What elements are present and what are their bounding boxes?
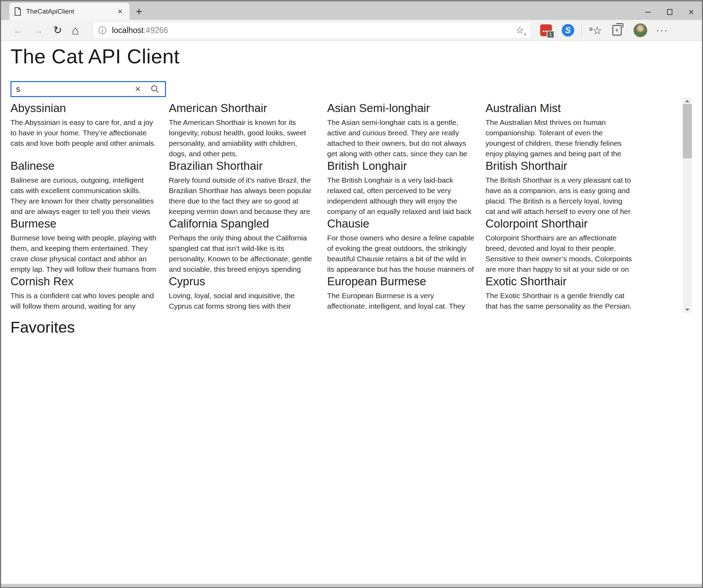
search-submit-icon[interactable] — [147, 85, 165, 94]
scrollbar-up-button[interactable] — [683, 98, 692, 104]
breed-card[interactable]: British Longhair The British Longhair is… — [327, 159, 474, 217]
browser-tab[interactable]: TheCatApiClient × — [9, 3, 129, 20]
close-button[interactable]: × — [680, 3, 702, 21]
minimize-button[interactable] — [637, 3, 659, 21]
breed-description: This is a confident cat who loves people… — [10, 291, 158, 313]
breed-description: The European Burmese is a very affection… — [327, 291, 474, 313]
browser-window: TheCatApiClient × + × ← → ↻ ⌂ ⓘ localhos… — [0, 0, 703, 588]
address-bar[interactable]: ⓘ localhost:49266 ☆+ — [94, 23, 530, 38]
scrollbar-thumb[interactable] — [683, 104, 692, 158]
tab-title: TheCatApiClient — [26, 8, 116, 15]
profile-avatar[interactable] — [633, 23, 647, 37]
breed-card[interactable]: British Shorthair The British Shorthair … — [485, 159, 633, 217]
breed-name: Asian Semi-longhair — [327, 102, 474, 115]
breed-name: British Longhair — [327, 159, 474, 173]
titlebar: TheCatApiClient × + × — [1, 0, 702, 20]
breed-description: The Australian Mist thrives on human com… — [485, 117, 633, 159]
breed-card[interactable]: Australian Mist The Australian Mist thri… — [485, 102, 633, 159]
refresh-icon[interactable]: ↻ — [53, 25, 62, 35]
breed-card[interactable]: American Shorthair The American Shorthai… — [169, 102, 316, 159]
scrollbar-down-button[interactable] — [683, 307, 692, 313]
back-icon[interactable]: ← — [13, 25, 23, 35]
breed-description: The Abyssinian is easy to care for, and … — [10, 117, 158, 149]
favorites-heading: Favorites — [10, 318, 702, 336]
search-clear-icon[interactable]: × — [129, 84, 147, 94]
extension-blue-icon[interactable]: S — [562, 24, 574, 37]
url-host: localhost — [112, 26, 144, 35]
breed-description: The Exotic Shorthair is a gentle friendl… — [485, 291, 633, 313]
breed-card[interactable]: California Spangled Perhaps the only thi… — [169, 217, 316, 275]
extension-blue-glyph: S — [565, 25, 571, 35]
breed-card[interactable]: Cyprus Loving, loyal, social and inquisi… — [169, 275, 316, 313]
star-icon: ☆ — [515, 25, 524, 35]
breed-card[interactable]: Balinese Balinese are curious, outgoing,… — [10, 159, 158, 217]
home-icon[interactable]: ⌂ — [72, 24, 79, 36]
breed-name: Colorpoint Shorthair — [485, 217, 633, 230]
breed-card[interactable]: European Burmese The European Burmese is… — [327, 275, 474, 313]
browser-toolbar: ← → ↻ ⌂ ⓘ localhost:49266 ☆+ ••• 1 S ≡☆ … — [1, 20, 702, 41]
page-title: The Cat API Client — [10, 45, 702, 68]
breed-name: Chausie — [327, 217, 474, 230]
breed-name: Exotic Shorthair — [485, 275, 633, 288]
breed-card[interactable]: Abyssinian The Abyssinian is easy to car… — [10, 102, 158, 159]
breed-name: Brazilian Shorthair — [169, 159, 316, 173]
settings-more-icon[interactable]: ··· — [656, 25, 669, 36]
search-box: × — [10, 81, 166, 97]
breed-description: Perhaps the only thing about the Califor… — [169, 233, 316, 275]
toolbar-separator — [581, 24, 582, 36]
breed-description: Colorpoint Shorthairs are an affectionat… — [485, 233, 633, 275]
favorites-hub-icon[interactable]: ≡☆ — [593, 24, 602, 37]
minimize-icon — [645, 12, 651, 13]
breed-name: Abyssinian — [10, 102, 158, 115]
extension-badge: 1 — [547, 31, 554, 38]
breed-description: Rarely found outside of it's native Braz… — [169, 175, 316, 217]
breed-description: The Asian semi-longhair cats is a gentle… — [327, 117, 474, 159]
breed-name: American Shorthair — [169, 102, 316, 115]
magnifier-icon — [150, 85, 159, 94]
maximize-button[interactable] — [659, 3, 680, 21]
breed-grid: Abyssinian The Abyssinian is easy to car… — [10, 102, 702, 313]
collections-plus: + — [615, 27, 619, 33]
page-content: The Cat API Client × Abyssinian The Abys… — [1, 41, 702, 336]
breed-card[interactable]: Asian Semi-longhair The Asian semi-longh… — [327, 102, 474, 159]
tab-close-icon[interactable]: × — [116, 7, 125, 16]
page-favicon-icon — [14, 7, 21, 16]
breed-card[interactable]: Burmese Burmese love being with people, … — [10, 217, 158, 275]
breed-description: Balinese are curious, outgoing, intellig… — [10, 175, 158, 217]
breed-name: Cyprus — [169, 275, 316, 288]
breed-description: For those owners who desire a feline cap… — [327, 233, 474, 275]
breed-name: Australian Mist — [485, 102, 633, 115]
breed-name: California Spangled — [169, 217, 316, 230]
collections-icon[interactable]: + — [613, 25, 622, 35]
breed-description: Loving, loyal, social and inquisitive, t… — [169, 291, 316, 313]
breed-description: Burmese love being with people, playing … — [10, 233, 158, 275]
breed-card[interactable]: Chausie For those owners who desire a fe… — [327, 217, 474, 275]
breed-name: British Shorthair — [485, 159, 633, 173]
close-icon: × — [688, 7, 694, 17]
breed-description: The British Longhair is a very laid-back… — [327, 175, 474, 217]
site-info-icon[interactable]: ⓘ — [98, 25, 106, 36]
breed-card[interactable]: Exotic Shorthair The Exotic Shorthair is… — [485, 275, 633, 313]
maximize-icon — [667, 9, 672, 15]
extension-red-icon[interactable]: ••• 1 — [540, 24, 552, 36]
new-tab-button[interactable]: + — [136, 6, 142, 17]
triangle-down-icon — [685, 309, 689, 311]
breed-name: Burmese — [10, 217, 158, 230]
breed-description: The British Shorthair is a very pleasant… — [485, 175, 633, 217]
breed-list-scrollbar[interactable] — [683, 98, 692, 313]
window-controls: × — [637, 3, 702, 21]
breed-description: The American Shorthair is known for its … — [169, 117, 316, 159]
plus-icon: + — [524, 31, 527, 37]
breed-name: Balinese — [10, 159, 158, 173]
forward-icon[interactable]: → — [33, 25, 44, 35]
breed-card[interactable]: Cornish Rex This is a confident cat who … — [10, 275, 158, 313]
breed-name: European Burmese — [327, 275, 474, 288]
breed-card[interactable]: Colorpoint Shorthair Colorpoint Shorthai… — [485, 217, 633, 275]
add-favorite-icon[interactable]: ☆+ — [515, 25, 524, 36]
search-input[interactable] — [11, 84, 129, 94]
favorites-star-icon: ☆ — [593, 25, 602, 36]
favorites-hub-lines: ≡ — [589, 26, 593, 33]
url-port: :49266 — [143, 26, 168, 35]
breed-card[interactable]: Brazilian Shorthair Rarely found outside… — [169, 159, 316, 217]
breed-name: Cornish Rex — [10, 275, 158, 288]
